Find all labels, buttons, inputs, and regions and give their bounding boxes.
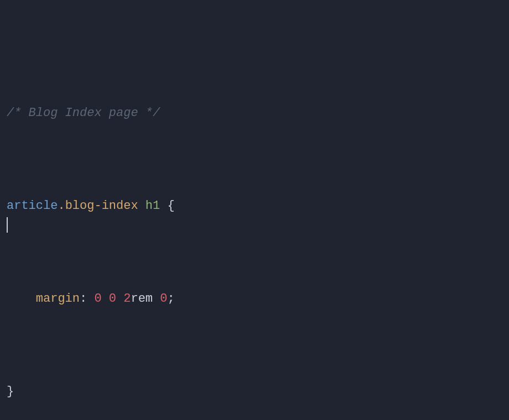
comment-token: /* Blog Index page */ xyxy=(7,106,160,120)
class-token: blog-index xyxy=(65,199,138,213)
code-line: margin: 0 0 2rem 0; xyxy=(7,287,502,311)
number-token: 0 xyxy=(94,292,101,306)
property-token: margin xyxy=(36,292,80,306)
brace-open: { xyxy=(167,199,174,213)
code-line: /* Blog Index page */ xyxy=(7,102,502,125)
code-line: article.blog-index h1 { xyxy=(7,195,502,218)
selector-token: h1 xyxy=(146,199,160,213)
code-editor[interactable]: /* Blog Index page */ article.blog-index… xyxy=(0,0,509,420)
class-dot: . xyxy=(58,199,65,213)
brace-close: } xyxy=(7,385,14,398)
text-cursor xyxy=(7,217,8,233)
code-line: } xyxy=(7,380,502,403)
tag-token: article xyxy=(7,199,58,213)
unit-token: rem xyxy=(131,292,153,306)
